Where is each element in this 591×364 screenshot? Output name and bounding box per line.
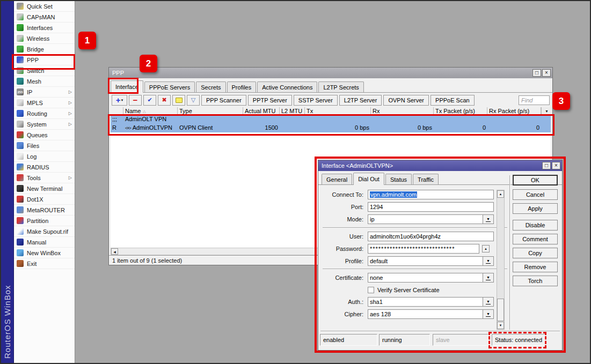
disable-button[interactable]: ✖ bbox=[158, 95, 171, 106]
verify-server-certificate-label: Verify Server Certificate bbox=[377, 285, 440, 295]
close-icon[interactable]: × bbox=[552, 162, 560, 169]
sidebar-item-dot1x[interactable]: Dot1X bbox=[14, 194, 75, 205]
column-header-actual-mtu[interactable]: Actual MTU bbox=[243, 107, 280, 115]
sidebar-item-partition[interactable]: Partition bbox=[14, 216, 75, 226]
sidebar-item-queues[interactable]: Queues bbox=[14, 130, 75, 140]
maximize-icon[interactable]: □ bbox=[532, 69, 541, 77]
sidebar-item-system[interactable]: System▷ bbox=[14, 119, 75, 130]
sidebar-item-radius[interactable]: RADIUS bbox=[14, 162, 75, 173]
port-input[interactable]: 1294 bbox=[368, 202, 494, 212]
cancel-button[interactable]: Cancel bbox=[513, 189, 558, 200]
find-input[interactable] bbox=[519, 95, 550, 105]
sidebar-item-new-terminal[interactable]: New Terminal bbox=[14, 183, 75, 194]
sidebar-item-new-winbox[interactable]: New WinBox bbox=[14, 248, 75, 258]
filter-button[interactable]: ▽ bbox=[187, 95, 200, 106]
toolbar-button-sstp-server[interactable]: SSTP Server bbox=[294, 95, 338, 106]
column-filter-dropdown-icon[interactable]: ▼ bbox=[541, 107, 552, 115]
sidebar-item-quick-set[interactable]: Quick Set bbox=[14, 1, 75, 12]
sidebar-item-capsman[interactable]: CAPsMAN bbox=[14, 12, 75, 23]
column-header-type[interactable]: Type bbox=[178, 107, 243, 115]
sidebar-item-routing[interactable]: Routing▷ bbox=[14, 108, 75, 119]
column-header-rx[interactable]: Rx bbox=[371, 107, 434, 115]
scrollbar-thumb[interactable] bbox=[497, 299, 504, 321]
password-input[interactable]: ****************************** bbox=[368, 244, 479, 254]
toolbar-button-l2tp-server[interactable]: L2TP Server bbox=[339, 95, 382, 106]
certificate-dropdown-button[interactable]: ▼ bbox=[483, 273, 494, 283]
queues-icon bbox=[17, 131, 24, 138]
password-expand-icon[interactable]: ▲ bbox=[482, 245, 490, 252]
remove-button[interactable]: − bbox=[129, 95, 142, 106]
sidebar-item-manual[interactable]: Manual bbox=[14, 237, 75, 248]
profile-select[interactable]: default bbox=[368, 256, 483, 266]
mode-dropdown-button[interactable]: ▼ bbox=[483, 214, 494, 224]
sidebar-item-files[interactable]: Files bbox=[14, 140, 75, 151]
toolbar-button-pppoe-scan[interactable]: PPPoE Scan bbox=[431, 95, 475, 106]
sidebar-item-log[interactable]: Log bbox=[14, 151, 75, 162]
scroll-left-icon[interactable]: ◀ bbox=[111, 248, 118, 255]
dialog-tab-general[interactable]: General bbox=[322, 174, 352, 184]
toolbar-button-ovpn-server[interactable]: OVPN Server bbox=[383, 95, 429, 106]
ok-button[interactable]: OK bbox=[513, 175, 558, 185]
add-button[interactable]: + ▾ bbox=[112, 95, 127, 106]
column-header-name[interactable]: Name△ bbox=[123, 107, 178, 115]
toolbar-button-pptp-server[interactable]: PPTP Server bbox=[248, 95, 292, 106]
comment-button[interactable]: Comment bbox=[513, 234, 558, 244]
comment-button[interactable] bbox=[172, 95, 185, 106]
column-header-rx-packet-p-s[interactable]: Rx Packet (p/s) bbox=[487, 107, 541, 115]
scroll-up-icon[interactable]: ▲ bbox=[497, 190, 504, 198]
tab-active-connections[interactable]: Active Connections bbox=[257, 81, 317, 92]
mode-select[interactable]: ip bbox=[368, 214, 483, 224]
files-icon bbox=[17, 142, 24, 149]
sidebar-item-make-supout-rif[interactable]: Make Supout.rif bbox=[14, 226, 75, 237]
dialog-titlebar[interactable]: Interface <AdminOLTVPN> □ × bbox=[318, 160, 562, 171]
enable-button[interactable]: ✔ bbox=[143, 95, 156, 106]
auth-dropdown-button[interactable]: ▼ bbox=[483, 297, 494, 307]
toolbar-button-ppp-scanner[interactable]: PPP Scanner bbox=[201, 95, 246, 106]
sidebar-item-ip[interactable]: 255IP▷ bbox=[14, 87, 75, 98]
table-header: Name△TypeActual MTUL2 MTUTxRxTx Packet (… bbox=[111, 107, 551, 115]
close-icon[interactable]: × bbox=[542, 69, 551, 77]
apply-button[interactable]: Apply bbox=[513, 203, 558, 214]
column-header-l2-mtu[interactable]: L2 MTU bbox=[280, 107, 305, 115]
dialog-tab-status[interactable]: Status bbox=[385, 174, 412, 184]
tab-l2tp-secrets[interactable]: L2TP Secrets bbox=[318, 81, 363, 92]
tab-profiles[interactable]: Profiles bbox=[227, 81, 257, 92]
sidebar-item-metarouter[interactable]: MetaROUTER bbox=[14, 205, 75, 216]
table-row-interface[interactable]: R<•>AdminOLTVPNOVPN Client15000 bps0 bps… bbox=[111, 124, 551, 132]
dialog-tab-traffic[interactable]: Traffic bbox=[413, 174, 439, 184]
sidebar-item-exit[interactable]: Exit bbox=[14, 258, 75, 269]
connect-to-input[interactable]: vpn.adminolt.com bbox=[368, 190, 494, 199]
cipher-select[interactable]: aes 128 bbox=[368, 309, 483, 319]
sidebar-item-interfaces[interactable]: Interfaces bbox=[14, 23, 75, 33]
tab-secrets[interactable]: Secrets bbox=[196, 81, 225, 92]
disable-button[interactable]: Disable bbox=[513, 220, 558, 231]
column-header-flags[interactable] bbox=[111, 107, 123, 115]
tab-pppoe-servers[interactable]: PPPoE Servers bbox=[144, 81, 195, 92]
auth-select[interactable]: sha1 bbox=[368, 297, 483, 307]
sidebar-item-mesh[interactable]: Mesh bbox=[14, 76, 75, 87]
dialog-tab-dial-out[interactable]: Dial Out bbox=[353, 173, 384, 185]
column-header-tx-packet-p-s[interactable]: Tx Packet (p/s) bbox=[434, 107, 487, 115]
verify-server-certificate-checkbox[interactable] bbox=[368, 287, 374, 293]
maximize-icon[interactable]: □ bbox=[542, 162, 551, 169]
sidebar-item-switch[interactable]: Switch bbox=[14, 65, 75, 76]
sidebar-item-wireless[interactable]: Wireless bbox=[14, 33, 75, 44]
sidebar-item-label: Make Supout.rif bbox=[27, 228, 68, 235]
scroll-down-icon[interactable]: ▼ bbox=[497, 322, 504, 329]
tab-interface[interactable]: Interface bbox=[111, 80, 143, 93]
sidebar-item-mpls[interactable]: MPLS▷ bbox=[14, 98, 75, 108]
certificate-select[interactable]: none bbox=[368, 273, 483, 283]
user-input[interactable]: adminoltcm1uo6x04prgh4z bbox=[368, 232, 494, 241]
torch-button[interactable]: Torch bbox=[513, 276, 558, 286]
sidebar-item-ppp[interactable]: PPP bbox=[14, 55, 75, 65]
sidebar-item-tools[interactable]: Tools▷ bbox=[14, 173, 75, 183]
sidebar-item-bridge[interactable]: Bridge bbox=[14, 44, 75, 55]
remove-button[interactable]: Remove bbox=[513, 262, 558, 272]
profile-dropdown-button[interactable]: ▼ bbox=[483, 256, 494, 266]
column-header-tx[interactable]: Tx bbox=[305, 107, 371, 115]
dialog-scrollbar[interactable]: ▲ ▼ bbox=[497, 190, 505, 330]
cipher-dropdown-button[interactable]: ▼ bbox=[483, 309, 494, 319]
copy-button[interactable]: Copy bbox=[513, 248, 558, 258]
table-row-comment[interactable]: ;;;AdminOLT VPN bbox=[111, 115, 551, 124]
ppp-titlebar[interactable]: PPP □ × bbox=[109, 68, 552, 78]
